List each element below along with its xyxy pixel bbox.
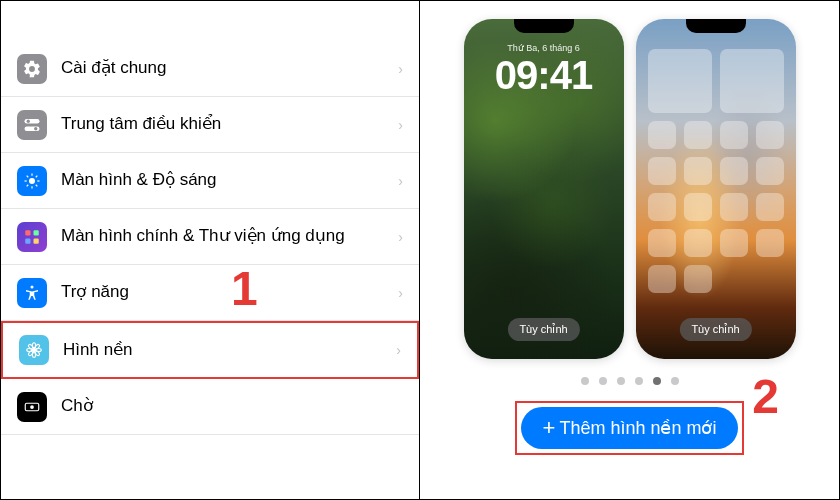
settings-item-label: Cài đặt chung: [61, 57, 390, 79]
sun-icon: [17, 166, 47, 196]
svg-line-10: [36, 184, 38, 186]
svg-point-28: [30, 405, 34, 409]
app-placeholder: [684, 193, 712, 221]
settings-item-label: Màn hình & Độ sáng: [61, 169, 390, 191]
svg-point-3: [34, 127, 37, 130]
settings-item-general[interactable]: Cài đặt chung ›: [1, 41, 419, 97]
dot: [599, 377, 607, 385]
svg-point-2: [27, 119, 30, 122]
wallpaper-panel: Thứ Ba, 6 tháng 6 09:41 Tùy chỉnh: [420, 1, 839, 499]
app-placeholder: [648, 193, 676, 221]
gear-icon: [17, 54, 47, 84]
settings-item-label: Hình nền: [63, 339, 388, 361]
standby-icon: [17, 392, 47, 422]
dot: [581, 377, 589, 385]
notch: [514, 19, 574, 33]
settings-item-standby[interactable]: Chờ: [1, 379, 419, 435]
chevron-right-icon: ›: [398, 285, 403, 301]
customize-homescreen-button[interactable]: Tùy chỉnh: [679, 318, 751, 341]
app-placeholder: [648, 121, 676, 149]
app-placeholder: [720, 121, 748, 149]
plus-icon: +: [543, 417, 556, 439]
chevron-right-icon: ›: [398, 173, 403, 189]
app-placeholder: [684, 229, 712, 257]
lockscreen-date: Thứ Ba, 6 tháng 6: [464, 43, 624, 53]
svg-line-9: [27, 175, 29, 177]
widget-placeholder: [720, 49, 784, 113]
app-placeholder: [648, 229, 676, 257]
settings-item-label: Chờ: [61, 395, 403, 417]
svg-point-17: [31, 285, 34, 288]
dot: [671, 377, 679, 385]
flower-icon: [19, 335, 49, 365]
app-placeholder: [756, 121, 784, 149]
svg-rect-16: [34, 238, 39, 243]
annotation-step-2: 2: [752, 369, 779, 424]
grid-icon: [17, 222, 47, 252]
app-placeholder: [756, 157, 784, 185]
app-placeholder: [756, 229, 784, 257]
widget-placeholder: [648, 49, 712, 113]
chevron-right-icon: ›: [396, 342, 401, 358]
add-wallpaper-label: Thêm hình nền mới: [559, 417, 716, 439]
app-placeholder: [720, 229, 748, 257]
dot: [635, 377, 643, 385]
notch: [686, 19, 746, 33]
svg-rect-14: [34, 230, 39, 235]
settings-item-control-center[interactable]: Trung tâm điều khiển ›: [1, 97, 419, 153]
toggles-icon: [17, 110, 47, 140]
svg-point-4: [29, 178, 35, 184]
homescreen-preview[interactable]: Tùy chỉnh: [636, 19, 796, 359]
chevron-right-icon: ›: [398, 229, 403, 245]
settings-item-accessibility[interactable]: Trợ năng ›: [1, 265, 419, 321]
svg-rect-13: [25, 230, 30, 235]
lockscreen-time: 09:41: [464, 53, 624, 98]
add-wallpaper-button[interactable]: + Thêm hình nền mới: [521, 407, 739, 449]
app-placeholder: [720, 157, 748, 185]
svg-line-12: [36, 175, 38, 177]
settings-list: Cài đặt chung › Trung tâm điều khiển › M…: [1, 1, 420, 499]
app-placeholder: [720, 193, 748, 221]
settings-item-display-brightness[interactable]: Màn hình & Độ sáng ›: [1, 153, 419, 209]
app-placeholder: [756, 193, 784, 221]
settings-item-label: Màn hình chính & Thư viện ứng dụng: [61, 225, 390, 247]
settings-item-home-app-library[interactable]: Màn hình chính & Thư viện ứng dụng ›: [1, 209, 419, 265]
chevron-right-icon: ›: [398, 61, 403, 77]
svg-rect-15: [25, 238, 30, 243]
app-grid: [636, 49, 796, 293]
dot: [617, 377, 625, 385]
settings-item-label: Trung tâm điều khiển: [61, 113, 390, 135]
settings-item-label: Trợ năng: [61, 281, 390, 303]
accessibility-icon: [17, 278, 47, 308]
app-placeholder: [684, 157, 712, 185]
settings-item-wallpaper[interactable]: Hình nền ›: [1, 321, 419, 379]
add-wallpaper-highlight: + Thêm hình nền mới: [515, 401, 745, 455]
svg-point-18: [32, 348, 35, 351]
svg-line-11: [27, 184, 29, 186]
dot-active: [653, 377, 661, 385]
app-placeholder: [648, 265, 676, 293]
app-placeholder: [684, 121, 712, 149]
page-indicator[interactable]: [581, 377, 679, 385]
customize-lockscreen-button[interactable]: Tùy chỉnh: [507, 318, 579, 341]
chevron-right-icon: ›: [398, 117, 403, 133]
app-placeholder: [684, 265, 712, 293]
app-placeholder: [648, 157, 676, 185]
lockscreen-preview[interactable]: Thứ Ba, 6 tháng 6 09:41 Tùy chỉnh: [464, 19, 624, 359]
